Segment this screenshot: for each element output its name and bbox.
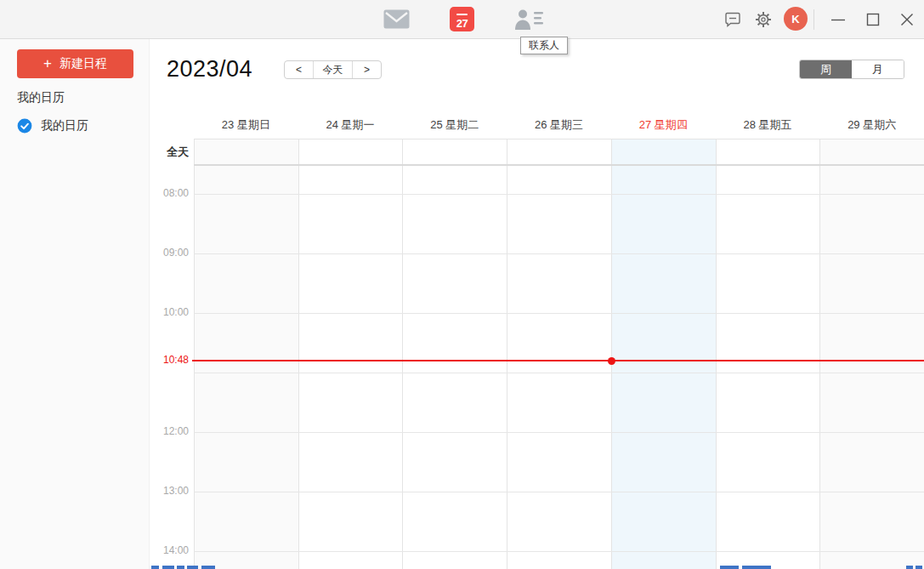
- all-day-cell[interactable]: [402, 139, 507, 164]
- hour-gridline: [194, 432, 924, 433]
- page-title: 2023/04: [167, 56, 252, 83]
- all-day-label: 全天: [150, 145, 189, 160]
- minimize-icon: [830, 12, 846, 27]
- hour-gridline: [194, 253, 924, 254]
- contacts-tooltip: 联系人: [520, 37, 568, 54]
- feedback-icon: [724, 11, 741, 28]
- day-header: 23 星期日: [194, 111, 298, 139]
- cutoff-event-sliver: [742, 566, 771, 569]
- cutoff-event-sliver: [906, 566, 913, 569]
- day-header: 24 星期一: [298, 111, 403, 139]
- plus-icon: +: [43, 56, 52, 71]
- hour-gridline: [194, 313, 924, 314]
- maximize-icon: [865, 12, 881, 27]
- all-day-cell[interactable]: [716, 139, 820, 164]
- app-window: 27: [0, 0, 924, 569]
- current-time-dot: [608, 357, 615, 365]
- hour-label: 10:00: [150, 306, 189, 318]
- current-time-line: [192, 360, 924, 361]
- hour-gridline: [194, 194, 924, 195]
- all-day-cell[interactable]: [298, 139, 403, 164]
- feedback-button[interactable]: [724, 11, 741, 28]
- new-event-label: 新建日程: [60, 56, 107, 71]
- current-time-label: 10:48: [150, 354, 189, 366]
- cutoff-event-sliver: [187, 566, 198, 569]
- checked-circle-icon: [17, 118, 32, 134]
- close-button[interactable]: [897, 10, 917, 29]
- week-grid: 08:00 09:00 10:00 12:00 13:00 14:00 10:4…: [150, 166, 924, 569]
- view-toggle: 周 月: [799, 60, 904, 79]
- all-day-row: [194, 139, 924, 164]
- hour-label: 14:00: [150, 544, 189, 556]
- calendar-badge: 27: [456, 18, 468, 29]
- hour-label: 12:00: [150, 425, 189, 437]
- day-column[interactable]: [507, 166, 611, 569]
- tab-week-view[interactable]: 周: [800, 60, 852, 78]
- calendar-tab[interactable]: 27: [450, 7, 474, 31]
- day-header: 25 星期二: [402, 111, 507, 139]
- hour-label: 09:00: [150, 247, 189, 259]
- prev-week-button[interactable]: <: [285, 61, 313, 78]
- day-columns: [194, 166, 924, 569]
- hour-label: 13:00: [150, 485, 189, 497]
- day-column-today[interactable]: [611, 166, 716, 569]
- cutoff-event-sliver: [915, 566, 922, 569]
- day-header: 29 星期六: [819, 111, 924, 139]
- day-header: 26 星期三: [507, 111, 611, 139]
- day-column[interactable]: [298, 166, 403, 569]
- mail-icon: [383, 9, 410, 29]
- contacts-icon: [513, 8, 544, 31]
- sidebar: + 新建日程 我的日历 我的日历: [0, 39, 150, 569]
- hour-gridline: [194, 492, 924, 492]
- cutoff-event-sliver: [201, 566, 215, 569]
- cutoff-event-sliver: [177, 566, 184, 569]
- cutoff-event-sliver: [151, 566, 159, 569]
- next-week-button[interactable]: >: [353, 61, 381, 78]
- maximize-button[interactable]: [863, 10, 883, 29]
- hour-label: 08:00: [150, 187, 189, 199]
- hour-gridline: [194, 373, 924, 373]
- tab-month-view[interactable]: 月: [852, 60, 904, 78]
- mail-tab[interactable]: [383, 9, 410, 29]
- topbar: 27: [0, 0, 924, 39]
- all-day-cell[interactable]: [507, 139, 611, 164]
- day-column[interactable]: [716, 166, 820, 569]
- today-button[interactable]: 今天: [313, 61, 353, 78]
- new-event-button[interactable]: + 新建日程: [17, 49, 133, 78]
- date-nav: < 今天 >: [284, 60, 382, 79]
- day-header-today: 27 星期四: [611, 111, 716, 139]
- cutoff-event-sliver: [162, 566, 174, 569]
- hour-gridline: [194, 551, 924, 552]
- cutoff-event-sliver: [720, 566, 739, 569]
- gear-icon: [754, 10, 773, 29]
- minimize-button[interactable]: [828, 10, 848, 29]
- calendar-main: 2023/04 < 今天 > 周 月 23 星期日 24 星期一 25 星期二 …: [150, 39, 924, 569]
- calendar-icon: [456, 14, 468, 15]
- settings-button[interactable]: [754, 10, 773, 29]
- all-day-cell[interactable]: [194, 139, 298, 164]
- calendar-item-label: 我的日历: [41, 118, 88, 134]
- day-column[interactable]: [819, 166, 924, 569]
- calendar-section-title: 我的日历: [17, 90, 65, 105]
- day-header-row: 23 星期日 24 星期一 25 星期二 26 星期三 27 星期四 28 星期…: [194, 111, 924, 139]
- topbar-divider: [813, 9, 814, 30]
- avatar[interactable]: K: [784, 7, 808, 31]
- all-day-cell[interactable]: [819, 139, 924, 164]
- all-day-cell-today[interactable]: [611, 139, 716, 164]
- sidebar-item-my-calendar[interactable]: 我的日历: [17, 118, 88, 134]
- day-column[interactable]: [402, 166, 507, 569]
- contacts-tab[interactable]: [513, 8, 544, 31]
- day-column[interactable]: [194, 166, 298, 569]
- close-icon: [899, 12, 915, 27]
- day-header: 28 星期五: [716, 111, 820, 139]
